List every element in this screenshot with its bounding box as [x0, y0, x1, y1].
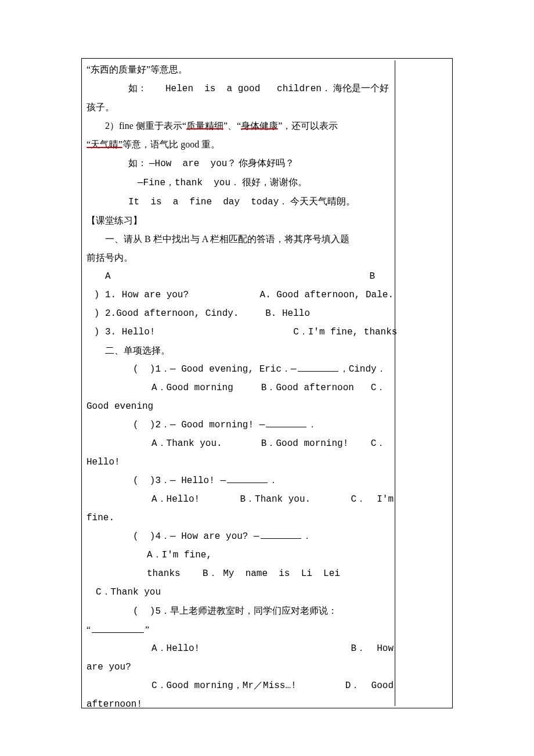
text: 一、请从 B 栏中找出与 A 栏相匹配的答语，将其序号填入题: [105, 234, 349, 244]
ex2-q2: ( )2．— Good morning! —．: [86, 416, 394, 434]
ex2-q5-row2: C．Good morning，Mr／Miss…! D． Good: [86, 676, 394, 695]
text: 今天天气晴朗。: [290, 196, 355, 206]
text: A．Good morning B．Good afternoon C．: [151, 383, 385, 393]
text: ”: [145, 625, 149, 635]
text: 很好，谢谢你。: [242, 177, 307, 187]
text: B．Thank you.: [240, 490, 311, 509]
ex1-row: ( ) 2.Good afternoon, Cindy. B. Hello: [81, 304, 394, 323]
ex2-q2-run: Hello!: [86, 453, 394, 471]
text: C．Thank you: [96, 587, 161, 597]
section-heading: 【课堂练习】: [86, 211, 394, 230]
text: B． How: [351, 639, 394, 658]
content-body: “东西的质量好”等意思。 如： Helen is a good children…: [86, 60, 394, 708]
text: ( ) 3. Hello!: [81, 323, 155, 341]
outer-frame: “东西的质量好”等意思。 如： Helen is a good children…: [81, 58, 453, 708]
blank: [298, 362, 338, 372]
ex2-q5-quote: “”: [86, 621, 394, 639]
text: C．Good morning，Mr／Miss…!: [151, 676, 297, 695]
text: Helen is a good children．: [165, 84, 331, 94]
text: It is a fine day today．: [128, 197, 288, 207]
ex2-q1: ( )1．— Good evening, Eric．—，Cindy．: [86, 360, 394, 379]
text: 孩子。: [86, 102, 114, 112]
text: ”、“: [223, 121, 241, 131]
text: —Fine，thank you．: [138, 178, 240, 188]
text: ”，还可以表示: [278, 121, 338, 131]
text: 2）fine 侧重于表示“: [105, 121, 186, 131]
text: 二、单项选择。: [105, 345, 170, 355]
ex2-q3: ( )3．— Hello! —．: [86, 471, 394, 490]
text: A．Hello!: [151, 490, 200, 509]
ex2-q2-opts: A．Thank you. B．Good morning! C．: [86, 434, 394, 453]
line: “东西的质量好”等意思。: [86, 60, 394, 79]
text: A．Thank you. B．Good morning! C．: [151, 438, 385, 449]
ex2-q5-b-run: are you?: [86, 658, 394, 676]
text: ( )3．— Hello! —: [133, 476, 226, 486]
line: 孩子。: [86, 98, 394, 117]
text: A．Hello!: [151, 639, 200, 658]
text: ( ) 2.Good afternoon, Cindy.: [81, 304, 239, 323]
text-underlined: 身体健康: [241, 121, 278, 131]
line: It is a fine day today． 今天天气晴朗。: [86, 192, 394, 211]
text: Hello!: [86, 457, 120, 467]
ex2-q5-d-run: afternoon!: [86, 695, 394, 708]
text: 如：: [128, 158, 147, 168]
ex2-q5-row1: A．Hello! B． How: [86, 639, 394, 658]
text: 你身体好吗？: [239, 158, 294, 168]
line: 2）fine 侧重于表示“质量精细”、“身体健康”，还可以表示: [86, 117, 394, 135]
text: ( )1．— Good evening, Eric．—: [133, 364, 297, 375]
text: Good evening: [86, 401, 153, 412]
text: 等意，语气比 good 重。: [122, 139, 220, 149]
text: —How are you？: [149, 159, 236, 169]
text: A. Good afternoon, Dale.: [260, 286, 394, 304]
text: B. Hello: [265, 304, 394, 323]
line: 如： Helen is a good children． 海伦是一个好: [86, 79, 394, 98]
blank: [266, 417, 306, 427]
ex2-q4-opts: A．I'm fine, thanks B． My name is Li Lei: [86, 546, 394, 583]
text: D． Good: [345, 676, 394, 695]
ex2-q3-run: fine.: [86, 509, 394, 527]
ex2-q1-run: Good evening: [86, 397, 394, 416]
col-b-head: B: [369, 267, 394, 286]
ex2-q1-opts: A．Good morning B．Good afternoon C．: [86, 379, 394, 397]
text: C．I'm fine, thanks: [293, 323, 397, 341]
text: 海伦是一个好: [333, 83, 389, 93]
page: “东西的质量好”等意思。 如： Helen is a good children…: [0, 0, 534, 756]
text: A．I'm fine, thanks B． My name is Li Lei: [147, 550, 340, 579]
col-a-head: A: [86, 267, 111, 286]
text: 前括号内。: [86, 253, 133, 262]
ex2-q4-optc: C．Thank you: [86, 583, 394, 602]
ex2-q5: ( )5．早上老师进教室时，同学们应对老师说：: [86, 602, 394, 621]
text: are you?: [86, 662, 131, 672]
text: C． I'm: [351, 490, 394, 509]
text-underlined: 质量精细: [186, 121, 223, 131]
text: “: [86, 625, 91, 635]
text: afternoon!: [86, 699, 142, 708]
line: “天气晴”等意，语气比 good 重。: [86, 135, 394, 154]
blank: [261, 529, 301, 539]
line: 一、请从 B 栏中找出与 A 栏相匹配的答语，将其序号填入题: [86, 230, 394, 249]
text: ，Cindy．: [340, 364, 386, 375]
line: 如： —How are you？ 你身体好吗？: [86, 154, 394, 173]
text: ．: [308, 420, 317, 430]
text: ( )2．— Good morning! —: [133, 420, 265, 430]
text: 如：: [128, 83, 147, 93]
text: ．: [269, 476, 278, 486]
text: ( ) 1. How are you?: [81, 286, 189, 304]
ex1-row: ( ) 3. Hello! C．I'm fine, thanks: [81, 323, 394, 341]
text: ( )5．早上老师进教室时，同学们应对老师说：: [133, 606, 337, 617]
ex2-q3-opts: A．Hello! B．Thank you. C． I'm: [86, 490, 394, 509]
blank: [227, 473, 268, 483]
line: 前括号内。: [86, 249, 394, 267]
ex1-row: ( ) 1. How are you? A. Good afternoon, D…: [81, 286, 394, 304]
inner-column: “东西的质量好”等意思。 如： Helen is a good children…: [86, 60, 395, 706]
line: —Fine，thank you． 很好，谢谢你。: [86, 173, 394, 192]
ex2-q4: ( )4．— How are you? —．: [86, 527, 394, 546]
col-heads: A B: [86, 267, 394, 286]
text: fine.: [86, 513, 114, 523]
line: 二、单项选择。: [86, 341, 394, 360]
text: 【课堂练习】: [86, 215, 142, 225]
text: ．: [302, 531, 312, 542]
text-underlined: “天气晴”: [86, 139, 122, 149]
blank: [92, 623, 144, 633]
text: ( )4．— How are you? —: [133, 531, 259, 542]
